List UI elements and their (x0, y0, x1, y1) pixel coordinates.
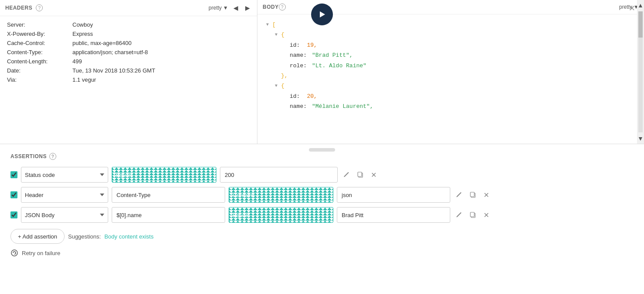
collapse-arrow-1[interactable]: ▼ (275, 31, 279, 39)
play-button-container (311, 3, 333, 25)
collapse-arrow-0[interactable]: ▼ (266, 21, 271, 29)
body-content: ▼ [ ▼ { id: 19, name: "Brad Pitt", (257, 14, 644, 117)
headers-collapse-left[interactable]: ◀ (232, 3, 240, 12)
header-row: Content-Type:application/json; charset=u… (7, 49, 250, 55)
json-line-7: id: 20, (284, 91, 635, 101)
json-line-3: name: "Brad Pitt", (284, 50, 635, 60)
body-title: BODY (263, 4, 279, 10)
headers-panel: HEADERS ? pretty ▼ ◀ ▶ Server:CowboyX-Po… (0, 0, 257, 144)
assertion-copy-1[interactable] (468, 190, 478, 200)
assertions-section: ASSERTIONS ? Status code Equals ✕ Heade (0, 144, 644, 266)
retry-icon (10, 249, 18, 257)
assertion-copy-2[interactable] (468, 210, 478, 220)
svg-point-7 (11, 250, 17, 256)
collapse-arrow-6[interactable]: ▼ (275, 82, 279, 90)
assertion-operator-2[interactable]: Equals (229, 207, 333, 223)
header-row: Date:Tue, 13 Nov 2018 10:53:26 GMT (7, 67, 250, 74)
assertion-type-0[interactable]: Status code (21, 167, 108, 183)
divider-handle[interactable] (309, 148, 335, 152)
close-button[interactable]: ✕ (629, 3, 635, 13)
assertion-edit-0[interactable] (341, 169, 352, 180)
headers-content: Server:CowboyX-Powered-By:ExpressCache-C… (0, 16, 257, 91)
assertions-help-icon[interactable]: ? (49, 153, 56, 160)
assertion-extra-1[interactable] (112, 187, 225, 203)
assertions-title: ASSERTIONS ? (10, 153, 634, 160)
top-panel: HEADERS ? pretty ▼ ◀ ▶ Server:CowboyX-Po… (0, 0, 644, 144)
retry-row: Retry on failure (10, 249, 634, 257)
json-line-6: ▼ { (275, 81, 635, 91)
assertion-delete-2[interactable]: ✕ (482, 209, 491, 221)
assertion-delete-1[interactable]: ✕ (482, 189, 491, 201)
assertion-value-0[interactable] (220, 167, 338, 183)
assertion-edit-2[interactable] (454, 210, 464, 220)
assertion-checkbox-0[interactable] (10, 171, 17, 178)
svg-marker-0 (320, 11, 325, 17)
headers-title: HEADERS (5, 5, 32, 11)
retry-label[interactable]: Retry on failure (22, 250, 60, 256)
suggestions-label: Suggestions: (68, 233, 101, 240)
assertion-delete-0[interactable]: ✕ (369, 169, 378, 181)
assertion-checkbox-1[interactable] (10, 191, 17, 198)
header-row: Cache-Control:public, max-age=86400 (7, 40, 250, 46)
body-scrollbar[interactable]: ▲ ▼ (637, 0, 644, 144)
assertion-extra-2[interactable] (112, 207, 225, 223)
header-row: X-Powered-By:Express (7, 31, 250, 37)
svg-rect-2 (358, 172, 362, 176)
play-button[interactable] (311, 3, 333, 25)
add-assertion-button[interactable]: + Add assertion (10, 229, 65, 244)
assertion-value-2[interactable] (337, 207, 450, 223)
assertion-type-2[interactable]: JSON Body (21, 207, 108, 223)
header-row: Via:1.1 vegur (7, 76, 250, 83)
svg-rect-6 (470, 212, 474, 217)
body-help-icon[interactable]: ? (279, 3, 286, 10)
scroll-thumb (638, 11, 643, 38)
json-line-2: id: 19, (284, 40, 635, 50)
assertion-operator-0[interactable]: Equals (112, 167, 216, 183)
suggestions-row: + Add assertion Suggestions: Body conten… (10, 229, 634, 244)
headers-expand-right[interactable]: ▶ (243, 3, 252, 12)
assertion-row-1: Header Contains ✕ (10, 187, 634, 203)
assertion-checkbox-2[interactable] (10, 211, 17, 218)
assertion-row-2: JSON Body Equals ✕ (10, 207, 634, 223)
scroll-down[interactable]: ▼ (636, 133, 644, 144)
assertion-type-1[interactable]: Header (21, 187, 108, 203)
assertion-operator-1[interactable]: Contains (229, 187, 333, 203)
scroll-up[interactable]: ▲ (636, 0, 644, 10)
headers-help-icon[interactable]: ? (36, 4, 43, 11)
assertion-row-0: Status code Equals ✕ (10, 167, 634, 183)
headers-toolbar: HEADERS ? pretty ▼ ◀ ▶ (0, 0, 257, 16)
json-line-1: ▼ { (275, 30, 635, 40)
header-row: Content-Length:499 (7, 58, 250, 65)
suggestion-link[interactable]: Body content exists (104, 233, 154, 240)
json-line-5: }, (275, 71, 635, 81)
assertion-value-1[interactable] (337, 187, 450, 203)
assertion-edit-1[interactable] (454, 190, 464, 200)
header-row: Server:Cowboy (7, 21, 250, 28)
scroll-track[interactable] (638, 11, 643, 132)
json-line-8: name: "Mélanie Laurent", (284, 101, 635, 111)
assertion-copy-0[interactable] (355, 169, 366, 180)
headers-pretty-button[interactable]: pretty ▼ (209, 5, 228, 11)
svg-rect-4 (470, 192, 474, 197)
json-line-4: role: "Lt. Aldo Raine" (284, 61, 635, 71)
